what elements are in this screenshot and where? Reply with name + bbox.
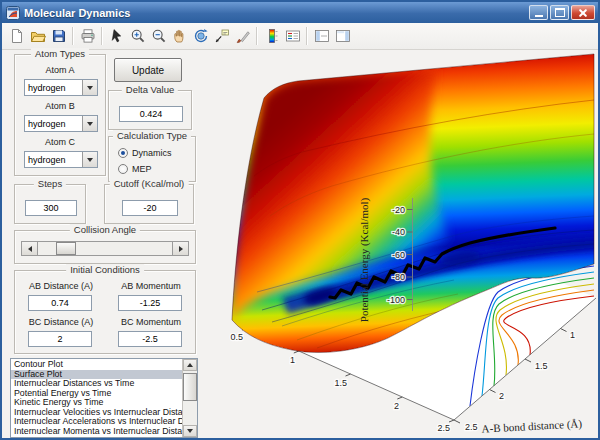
toolbar-separator: [101, 27, 103, 45]
data-cursor-button[interactable]: [211, 26, 232, 47]
print-figure-button[interactable]: [77, 26, 98, 47]
ab-distance-field[interactable]: 0.74: [28, 295, 92, 311]
plot-axes[interactable]: -20 -40 -60 -80 -100 0.5 1 1.5 2 2.5 2.5…: [202, 48, 600, 438]
save-figure-button[interactable]: [48, 26, 69, 47]
open-file-button[interactable]: [27, 26, 48, 47]
cursor-arrow-icon: [109, 28, 125, 44]
radio-mep-label: MEP: [132, 164, 152, 174]
chevron-down-icon[interactable]: [82, 80, 97, 95]
collision-angle-panel: Collision Angle: [14, 230, 196, 264]
zoom-in-icon: [130, 28, 146, 44]
slider-right-arrow[interactable]: [172, 242, 188, 255]
radio-mep[interactable]: MEP: [118, 164, 152, 174]
maximize-icon: [555, 8, 565, 17]
x-axis-label: A-B bond distance (Å): [481, 417, 582, 435]
ab-momentum-field[interactable]: -1.25: [118, 295, 182, 311]
listbox-scrollbar[interactable]: [182, 359, 197, 437]
scroll-up-arrow[interactable]: [183, 359, 197, 371]
initial-conditions-title: Initial Conditions: [66, 264, 144, 275]
brush-icon: [235, 28, 251, 44]
list-item[interactable]: Internuclear Distances vs Time: [11, 379, 183, 389]
chevron-down-icon[interactable]: [82, 152, 97, 167]
maximize-button[interactable]: [550, 5, 569, 20]
toolbar-separator: [72, 27, 74, 45]
atom-a-label: Atom A: [15, 65, 105, 75]
delta-value-panel: Delta Value 0.424: [108, 90, 192, 130]
toolbar-separator: [256, 27, 258, 45]
new-document-icon: [9, 28, 25, 44]
slider-left-arrow[interactable]: [22, 242, 38, 255]
arrow-cursor-button[interactable]: [106, 26, 127, 47]
hide-plot-tools-button[interactable]: [311, 26, 332, 47]
bc-momentum-field[interactable]: -2.5: [118, 331, 182, 347]
z-tick: -40: [392, 227, 405, 237]
cutoff-field[interactable]: -20: [122, 200, 178, 216]
printer-icon: [80, 28, 96, 44]
atom-b-label: Atom B: [15, 101, 105, 111]
rotate-3d-button[interactable]: [190, 26, 211, 47]
list-item[interactable]: Internuclear Velocities vs Internuclear …: [11, 408, 183, 418]
hide-plot-tools-icon: [314, 28, 330, 44]
atom-c-value: hydrogen: [25, 155, 82, 165]
new-figure-button[interactable]: [6, 26, 27, 47]
atom-c-dropdown[interactable]: hydrogen: [24, 151, 98, 168]
show-plot-tools-button[interactable]: [332, 26, 353, 47]
legend-icon: [285, 28, 301, 44]
collision-angle-slider[interactable]: [21, 241, 189, 256]
list-item-selected[interactable]: Surface Plot: [11, 370, 183, 380]
list-item[interactable]: Potential Energy vs Time: [11, 389, 183, 399]
app-icon: [6, 6, 20, 20]
insert-colorbar-button[interactable]: [261, 26, 282, 47]
minimize-icon: [535, 15, 543, 17]
delta-value-field[interactable]: 0.424: [119, 106, 183, 122]
y-tick: 1: [290, 355, 295, 365]
bc-distance-field[interactable]: 2: [28, 331, 92, 347]
steps-panel: Steps 300: [14, 184, 86, 224]
x-tick: 2: [499, 391, 504, 401]
slider-thumb[interactable]: [56, 242, 76, 255]
steps-title: Steps: [34, 178, 66, 189]
collision-angle-title: Collision Angle: [70, 224, 140, 235]
titlebar[interactable]: Molecular Dynamics: [2, 2, 598, 23]
y-tick: 2.5: [437, 423, 450, 433]
list-item[interactable]: Kinetic Energy vs Time: [11, 398, 183, 408]
pan-button[interactable]: [169, 26, 190, 47]
chevron-down-icon[interactable]: [82, 116, 97, 131]
bc-momentum-label: BC Momentum: [109, 317, 193, 327]
atom-types-title: Atom Types: [31, 48, 89, 59]
steps-field[interactable]: 300: [25, 200, 77, 216]
update-button[interactable]: Update: [114, 58, 182, 82]
atom-types-panel: Atom Types Atom A hydrogen Atom B hydrog…: [14, 54, 106, 176]
z-tick: -60: [392, 250, 405, 260]
zoom-in-button[interactable]: [127, 26, 148, 47]
z-axis-label: Potential Energy (Kcal/mol): [358, 197, 371, 322]
bc-distance-label: BC Distance (A): [19, 317, 103, 327]
radio-dynamics-icon[interactable]: [118, 148, 128, 158]
zoom-out-button[interactable]: [148, 26, 169, 47]
list-item[interactable]: Internuclear Accelerations vs Internucle…: [11, 417, 183, 427]
list-item[interactable]: Contour Plot: [11, 360, 183, 370]
window-title: Molecular Dynamics: [24, 7, 529, 19]
close-button[interactable]: [571, 5, 595, 20]
calculation-type-title: Calculation Type: [113, 130, 191, 141]
open-folder-icon: [30, 28, 46, 44]
plot-type-listbox[interactable]: Contour Plot Surface Plot Internuclear D…: [10, 358, 198, 438]
brush-data-button[interactable]: [232, 26, 253, 47]
zoom-out-icon: [151, 28, 167, 44]
z-tick: -80: [392, 272, 405, 282]
data-cursor-icon: [214, 28, 230, 44]
atom-a-dropdown[interactable]: hydrogen: [24, 79, 98, 96]
scroll-down-arrow[interactable]: [183, 425, 197, 437]
insert-legend-button[interactable]: [282, 26, 303, 47]
y-tick: 1.5: [334, 378, 347, 388]
toolbar: [2, 23, 598, 50]
app-window: Molecular Dynamics Atom Types Atom A: [0, 0, 600, 440]
radio-dynamics[interactable]: Dynamics: [118, 148, 172, 158]
radio-mep-icon[interactable]: [118, 164, 128, 174]
calculation-type-panel: Calculation Type Dynamics MEP: [108, 136, 196, 182]
toolbar-separator: [306, 27, 308, 45]
list-item[interactable]: Internuclear Momenta vs Internuclear Dis…: [11, 427, 183, 437]
minimize-button[interactable]: [529, 5, 548, 20]
scrollbar-thumb[interactable]: [183, 373, 197, 401]
atom-b-dropdown[interactable]: hydrogen: [24, 115, 98, 132]
